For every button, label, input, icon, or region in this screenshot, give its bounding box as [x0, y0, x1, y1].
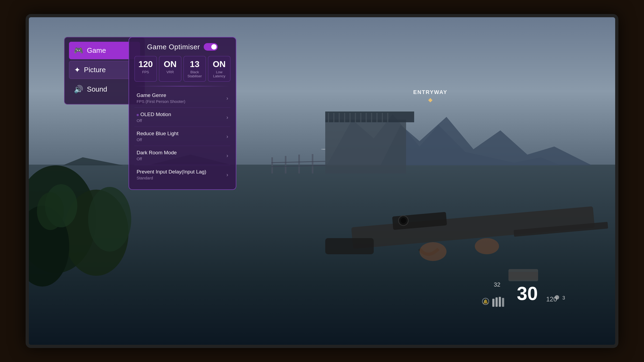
- prevent-input-delay-left: Prevent Input Delay(Input Lag) Standard: [137, 169, 206, 180]
- reduce-blue-light-left: Reduce Blue Light Off: [137, 131, 178, 142]
- oled-motion-value: Off: [137, 118, 171, 123]
- tv-stand: [295, 345, 349, 348]
- game-genre-name: Game Genre: [137, 92, 185, 98]
- chevron-icon: ›: [226, 133, 228, 140]
- low-latency-value: ON: [210, 60, 228, 69]
- stats-row: 120 FPS ON VRR 13 Black Stabiliser ON Lo…: [134, 56, 230, 82]
- panel-title: Game Optimiser: [147, 43, 200, 51]
- game-optimiser-panel: Game Optimiser 120 FPS ON VRR 13 Black S…: [129, 37, 236, 190]
- prevent-input-delay-value: Standard: [137, 176, 206, 180]
- vrr-value: ON: [161, 60, 179, 69]
- black-stabiliser-label: Black Stabiliser: [186, 70, 203, 78]
- prevent-input-delay-name: Prevent Input Delay(Input Lag): [137, 169, 206, 175]
- chevron-icon: ›: [226, 114, 228, 120]
- vrr-label: VRR: [161, 70, 179, 74]
- oled-motion-name: OLED Motion: [137, 112, 171, 117]
- stat-black-stabiliser[interactable]: 13 Black Stabiliser: [183, 56, 206, 82]
- toggle-knob: [211, 44, 217, 50]
- sidebar-game-label: Game: [87, 46, 106, 55]
- divider: [134, 86, 230, 86]
- low-latency-label: Low Latency: [210, 70, 228, 78]
- stat-fps[interactable]: 120 FPS: [134, 56, 157, 82]
- dark-room-mode-name: Dark Room Mode: [137, 150, 177, 156]
- game-genre-value: FPS (First Person Shooter): [137, 99, 185, 104]
- tv-screen: ENTRYWAY 32 30 120 3 🔔: [29, 17, 615, 345]
- game-ground: [29, 165, 615, 345]
- game-genre-left: Game Genre FPS (First Person Shooter): [137, 92, 185, 104]
- sidebar-picture-label: Picture: [84, 66, 106, 74]
- dot-icon: [137, 114, 139, 116]
- chevron-icon: ›: [226, 152, 228, 159]
- menu-item-game-genre[interactable]: Game Genre FPS (First Person Shooter) ›: [134, 89, 230, 108]
- dark-room-mode-left: Dark Room Mode Off: [137, 150, 177, 161]
- sidebar-sound-label: Sound: [87, 85, 107, 93]
- fps-label: FPS: [137, 70, 154, 74]
- stat-low-latency[interactable]: ON Low Latency: [208, 56, 230, 82]
- menu-item-prevent-input-delay[interactable]: Prevent Input Delay(Input Lag) Standard …: [134, 165, 230, 184]
- menu-item-reduce-blue-light[interactable]: Reduce Blue Light Off ›: [134, 127, 230, 146]
- stat-vrr[interactable]: ON VRR: [159, 56, 181, 82]
- game-icon: 🎮: [74, 46, 83, 55]
- sound-icon: 🔊: [74, 85, 83, 94]
- panel-header: Game Optimiser: [134, 43, 230, 51]
- toggle-on-off[interactable]: [204, 43, 218, 51]
- chevron-icon: ›: [226, 172, 228, 178]
- oled-motion-left: OLED Motion Off: [137, 112, 171, 123]
- fps-value: 120: [137, 60, 154, 69]
- menu-item-dark-room-mode[interactable]: Dark Room Mode Off ›: [134, 146, 230, 165]
- reduce-blue-light-value: Off: [137, 137, 178, 142]
- tv-frame: ENTRYWAY 32 30 120 3 🔔: [26, 14, 618, 348]
- black-stabiliser-value: 13: [186, 60, 203, 69]
- dark-room-mode-value: Off: [137, 156, 177, 161]
- menu-item-oled-motion[interactable]: OLED Motion Off ›: [134, 108, 230, 127]
- reduce-blue-light-name: Reduce Blue Light: [137, 131, 178, 137]
- chevron-icon: ›: [226, 95, 228, 101]
- picture-icon: ✦: [74, 65, 80, 74]
